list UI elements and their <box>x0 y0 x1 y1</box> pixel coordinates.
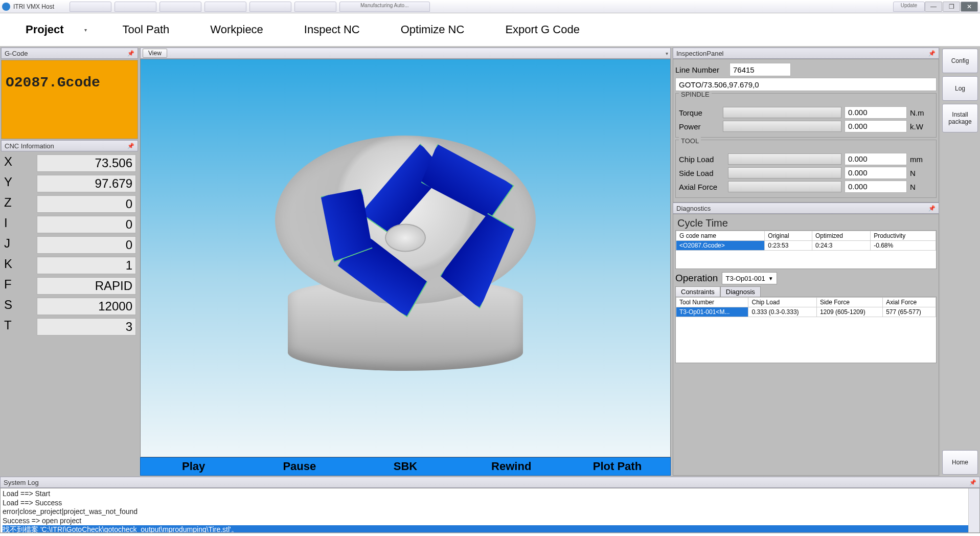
viewport-3d[interactable] <box>140 59 671 457</box>
cnc-label: K <box>3 257 37 274</box>
line-number-input[interactable] <box>730 63 791 76</box>
cnc-value: 0 <box>37 236 136 254</box>
update-button[interactable]: Update <box>893 2 925 12</box>
col-productivity: Productivity <box>871 231 936 241</box>
cnc-panel-header: CNC Information 📌 <box>1 140 138 151</box>
app-icon <box>2 3 10 11</box>
col-optimized: Optimized <box>812 231 870 241</box>
cell: <O2087.Gcode> <box>676 241 765 251</box>
gcode-filename-box: O2087.Gcode <box>1 60 138 139</box>
log-line: error|close_project|project_was_not_foun… <box>3 507 977 517</box>
cnc-row: J0 <box>3 236 136 254</box>
cnc-label: J <box>3 236 37 254</box>
power-label: Power <box>679 122 720 131</box>
cnc-value: 12000 <box>37 298 136 315</box>
gcode-filename: O2087.Gcode <box>6 75 100 91</box>
cnc-value: 0 <box>37 216 136 233</box>
system-log-panel: System Log 📌 Load ==> Start Load ==> Suc… <box>0 477 980 533</box>
cnc-value: 0 <box>37 195 136 213</box>
menu-inspect-nc[interactable]: Inspect NC <box>284 23 380 36</box>
col-gcode-name: G code name <box>676 231 765 241</box>
install-package-button[interactable]: Install package <box>942 104 978 132</box>
browser-tab[interactable] <box>115 2 156 12</box>
play-button[interactable]: Play <box>141 460 246 473</box>
operation-label: Operation <box>675 273 718 284</box>
axialforce-bar <box>728 181 841 192</box>
log-line: Success => open project <box>3 517 977 526</box>
torque-unit: N.m <box>910 108 933 117</box>
gcode-panel-header: G-Code 📌 <box>1 48 138 59</box>
log-line: Load ==> Start <box>3 489 977 499</box>
cnc-row: X73.506 <box>3 154 136 172</box>
system-log-body[interactable]: Load ==> Start Load ==> Success error|cl… <box>0 488 980 533</box>
cnc-label: Y <box>3 175 37 192</box>
menu-optimize-nc[interactable]: Optimize NC <box>380 23 485 36</box>
close-button[interactable]: ✕ <box>961 2 978 12</box>
cell: -0.68% <box>871 241 936 251</box>
pin-icon[interactable]: 📌 <box>928 205 936 212</box>
cycle-table-wrap: G code name Original Optimized Productiv… <box>675 230 937 269</box>
chevron-down-icon: ▼ <box>768 276 773 281</box>
log-line-selected: 找不到檔案 'C:\ITRI\GotoCheck\gotocheck_outpu… <box>3 525 977 533</box>
pin-icon[interactable]: 📌 <box>127 50 134 57</box>
tab-constraints[interactable]: Constraints <box>675 286 720 297</box>
status-bar: AptFile = C:\ITRI\GotoCheck\gotocheck_ou… <box>0 533 980 536</box>
command-input[interactable] <box>675 78 937 91</box>
cnc-row: K1 <box>3 257 136 274</box>
pin-icon[interactable]: 📌 <box>969 479 976 486</box>
cell: 0:24:3 <box>812 241 870 251</box>
tab-diagnosis[interactable]: Diagnosis <box>720 286 761 297</box>
operation-row[interactable]: T3-Op01-001<M... 0.333 (0.3-0.333) 1209 … <box>676 307 936 317</box>
cycle-row[interactable]: <O2087.Gcode> 0:23:53 0:24:3 -0.68% <box>676 241 936 251</box>
scrollbar[interactable] <box>968 488 979 532</box>
system-log-header: System Log 📌 <box>0 477 980 488</box>
home-button[interactable]: Home <box>942 450 978 475</box>
main-menu: Project ▾ Tool Path Workpiece Inspect NC… <box>0 13 980 47</box>
cnc-row: S12000 <box>3 298 136 315</box>
browser-tab[interactable]: Manufacturing Auto... <box>339 2 430 12</box>
config-button[interactable]: Config <box>942 49 978 73</box>
browser-tab[interactable] <box>249 2 291 12</box>
inspection-panel-title: InspectionPanel <box>676 50 724 57</box>
log-button[interactable]: Log <box>942 76 978 101</box>
maximize-button[interactable]: ❐ <box>943 2 960 12</box>
diagnostics-panel-header: Diagnostics 📌 <box>673 203 939 214</box>
menu-workpiece[interactable]: Workpiece <box>190 23 284 36</box>
tool-legend: TOOL <box>679 137 701 145</box>
sideload-bar <box>728 167 841 178</box>
power-unit: k.W <box>910 122 933 131</box>
cnc-label: F <box>3 277 37 295</box>
window-titlebar: ITRI VMX Host Manufacturing Auto... Upda… <box>0 0 980 13</box>
view-toolbar: View ▾ <box>140 48 671 59</box>
minimize-button[interactable]: — <box>925 2 942 12</box>
rewind-button[interactable]: Rewind <box>459 460 564 473</box>
menu-toolpath[interactable]: Tool Path <box>102 23 190 36</box>
chipload-label: Chip Load <box>679 155 725 164</box>
torque-label: Torque <box>679 108 720 117</box>
browser-tab[interactable] <box>204 2 246 12</box>
cnc-label: S <box>3 298 37 315</box>
menu-export-gcode[interactable]: Export G Code <box>485 23 600 36</box>
browser-tab[interactable] <box>294 2 336 12</box>
chipload-value: 0.000 <box>845 153 907 165</box>
browser-tabs: Manufacturing Auto... <box>70 2 893 12</box>
pin-icon[interactable]: 📌 <box>928 50 936 57</box>
cnc-label: I <box>3 216 37 233</box>
cnc-row: I0 <box>3 216 136 233</box>
operation-table: Tool Number Chip Load Side Force Axial F… <box>676 297 936 317</box>
line-number-label: Line Number <box>675 65 726 74</box>
plot-path-button[interactable]: Plot Path <box>564 460 670 473</box>
view-dropdown-icon[interactable]: ▾ <box>666 51 668 56</box>
pin-icon[interactable]: 📌 <box>127 143 134 149</box>
pause-button[interactable]: Pause <box>246 460 352 473</box>
browser-tab[interactable] <box>159 2 201 12</box>
menu-project[interactable]: Project <box>5 23 84 36</box>
sbk-button[interactable]: SBK <box>352 460 458 473</box>
axialforce-label: Axial Force <box>679 183 725 191</box>
operation-select[interactable]: T3-Op01-001 ▼ <box>722 272 777 284</box>
browser-tab[interactable] <box>70 2 111 12</box>
log-line: Load ==> Success <box>3 499 977 508</box>
cnc-row: FRAPID <box>3 277 136 295</box>
chevron-down-icon[interactable]: ▾ <box>84 27 87 33</box>
view-button[interactable]: View <box>143 49 167 58</box>
